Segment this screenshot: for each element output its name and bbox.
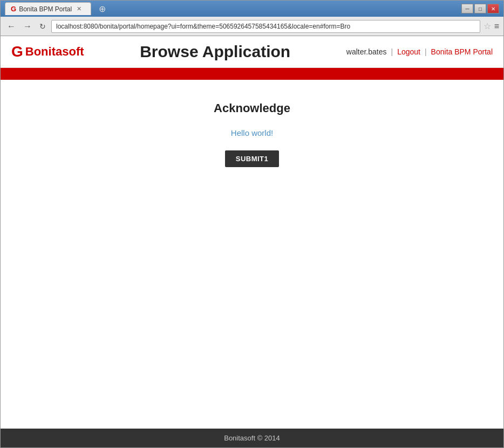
browser-window: G Bonita BPM Portal ✕ ⊕ ─ □ ✕ ← → ↻ ☆ ≡ … <box>0 0 504 448</box>
app-wrapper: G Bonitasoft Browse Application walter.b… <box>1 36 503 447</box>
new-tab-button[interactable]: ⊕ <box>97 4 108 14</box>
window-controls: ─ □ ✕ <box>461 4 499 13</box>
logo-area: G Bonitasoft <box>11 43 84 60</box>
divider2: | <box>425 47 427 56</box>
app-footer: Bonitasoft © 2014 <box>1 429 503 447</box>
header-right: walter.bates | Logout | Bonita BPM Porta… <box>346 47 493 56</box>
bookmark-star-icon[interactable]: ☆ <box>483 21 491 31</box>
back-button[interactable]: ← <box>5 20 18 32</box>
forward-button[interactable]: → <box>21 20 34 32</box>
divider: | <box>391 47 393 56</box>
maximize-button[interactable]: □ <box>474 4 486 13</box>
hello-world-text: Hello world! <box>231 128 273 137</box>
logo-black-text: soft <box>62 45 84 58</box>
app-header: G Bonitasoft Browse Application walter.b… <box>1 36 503 68</box>
footer-text: Bonitasoft © 2014 <box>224 434 280 442</box>
tab-label: Bonita BPM Portal <box>19 5 72 13</box>
title-bar: G Bonita BPM Portal ✕ ⊕ ─ □ ✕ <box>1 1 503 17</box>
tab-close-icon[interactable]: ✕ <box>77 5 81 12</box>
address-bar: ← → ↻ ☆ ≡ <box>1 17 503 36</box>
browser-tab[interactable]: G Bonita BPM Portal ✕ <box>5 2 91 15</box>
logo-red-text: Bonita <box>25 45 62 58</box>
main-content: Acknowledge Hello world! SUBMIT1 <box>1 80 503 429</box>
portal-link[interactable]: Bonita BPM Portal <box>431 47 493 56</box>
url-input[interactable] <box>51 20 480 33</box>
form-title: Acknowledge <box>214 101 290 115</box>
tab-favicon: G <box>11 5 16 13</box>
bonitasoft-logo-icon: G <box>11 43 23 60</box>
logout-link[interactable]: Logout <box>397 47 420 56</box>
title-bar-left: G Bonita BPM Portal ✕ ⊕ <box>5 2 108 15</box>
browser-menu-icon[interactable]: ≡ <box>494 22 499 31</box>
minimize-button[interactable]: ─ <box>461 4 473 13</box>
username-label: walter.bates <box>346 47 387 56</box>
refresh-button[interactable]: ↻ <box>37 21 48 32</box>
bonitasoft-logo-text: Bonitasoft <box>25 45 84 59</box>
close-button[interactable]: ✕ <box>487 4 499 13</box>
red-banner <box>1 68 503 80</box>
app-title: Browse Application <box>84 43 346 61</box>
submit-button[interactable]: SUBMIT1 <box>225 150 280 167</box>
